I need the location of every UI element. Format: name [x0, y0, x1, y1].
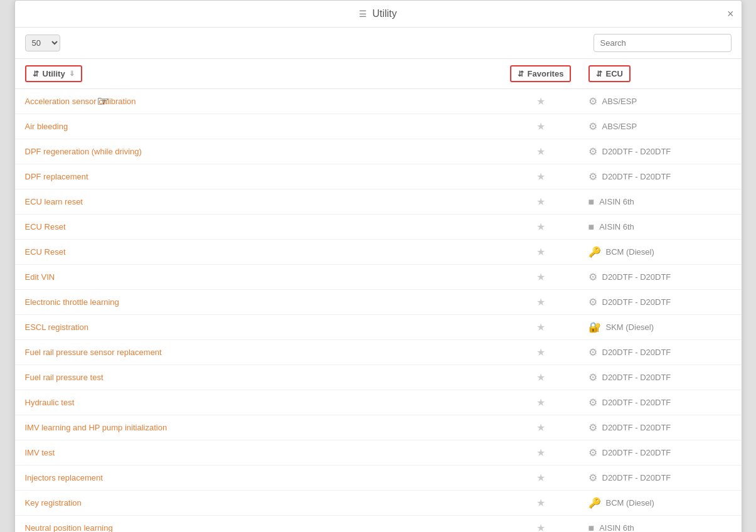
table-row[interactable]: Hydraulic test ★ ⚙ D20DTF - D20DTF: [15, 390, 742, 415]
table-row[interactable]: DPF regeneration (while driving) ★ ⚙ D20…: [15, 139, 742, 164]
ecu-label: AISIN 6th: [599, 222, 634, 231]
cell-utility[interactable]: Electronic throttle learning: [15, 291, 503, 313]
ecu-icon: ■: [588, 221, 595, 233]
table-row[interactable]: ECU Reset ★ ■ AISIN 6th: [15, 215, 742, 240]
ecu-label: D20DTF - D20DTF: [602, 172, 671, 181]
favorite-star[interactable]: ★: [536, 271, 545, 283]
table-row[interactable]: Key registration ★ 🔑 BCM (Diesel): [15, 491, 742, 516]
favorite-star[interactable]: ★: [536, 422, 545, 434]
favorite-star[interactable]: ★: [536, 396, 545, 408]
ecu-label: D20DTF - D20DTF: [602, 398, 671, 407]
cell-utility[interactable]: Injectors replacement: [15, 467, 503, 489]
ecu-icon: ■: [588, 196, 595, 208]
cell-utility[interactable]: Neutral position learning: [15, 517, 503, 532]
favorite-star[interactable]: ★: [536, 171, 545, 183]
cell-utility[interactable]: ECU Reset: [15, 216, 503, 238]
favorite-star[interactable]: ★: [536, 296, 545, 308]
table-row[interactable]: Electronic throttle learning ★ ⚙ D20DTF …: [15, 290, 742, 315]
rows-container: Acceleration sensor calibration ★ ⚙ ABS/…: [15, 89, 742, 532]
ecu-icon: ⚙: [588, 296, 597, 308]
cell-utility[interactable]: Air bleeding: [15, 115, 503, 137]
table-row[interactable]: Injectors replacement ★ ⚙ D20DTF - D20DT…: [15, 466, 742, 491]
ecu-label: D20DTF - D20DTF: [602, 348, 671, 357]
table-row[interactable]: DPF replacement ★ ⚙ D20DTF - D20DTF: [15, 164, 742, 189]
favorite-star[interactable]: ★: [536, 522, 545, 532]
cell-utility[interactable]: ECU Reset: [15, 241, 503, 263]
ecu-label: D20DTF - D20DTF: [602, 373, 671, 382]
column-ecu: ⇵ ECU: [578, 59, 742, 88]
favorite-star[interactable]: ★: [536, 221, 545, 233]
favorite-star[interactable]: ★: [536, 371, 545, 383]
ecu-label: D20DTF - D20DTF: [602, 272, 671, 282]
ecu-icon: ⚙: [588, 120, 597, 132]
favorite-star[interactable]: ★: [536, 472, 545, 484]
cell-ecu: 🔑 BCM (Diesel): [578, 240, 742, 264]
cell-favorites: ★: [503, 516, 578, 532]
ecu-label: D20DTF - D20DTF: [602, 423, 671, 432]
cell-ecu: ⚙ D20DTF - D20DTF: [578, 365, 742, 390]
cell-utility[interactable]: Fuel rail pressure test: [15, 366, 503, 388]
favorite-star[interactable]: ★: [536, 321, 545, 333]
table-row[interactable]: ECU Reset ★ 🔑 BCM (Diesel): [15, 240, 742, 265]
cell-ecu: ⚙ D20DTF - D20DTF: [578, 164, 742, 189]
favorite-star[interactable]: ★: [536, 196, 545, 208]
table-row[interactable]: IMV test ★ ⚙ D20DTF - D20DTF: [15, 440, 742, 466]
cell-utility[interactable]: DPF regeneration (while driving): [15, 141, 503, 162]
cell-utility[interactable]: DPF replacement: [15, 166, 503, 188]
modal: ☰ Utility × 50 10 25 100 ⇵ Utility ⇓: [14, 0, 742, 532]
favorite-star[interactable]: ★: [536, 497, 545, 509]
table-row[interactable]: Acceleration sensor calibration ★ ⚙ ABS/…: [15, 89, 742, 114]
table-row[interactable]: ESCL registration ★ 🔐 SKM (Diesel): [15, 315, 742, 340]
ecu-icon: ⚙: [588, 447, 597, 459]
ecu-icon: ⚙: [588, 472, 597, 484]
cell-ecu: ⚙ D20DTF - D20DTF: [578, 415, 742, 440]
utility-col-header[interactable]: ⇵ Utility ⇓: [25, 65, 82, 82]
cell-favorites: ★: [503, 215, 578, 239]
ecu-label: SKM (Diesel): [606, 322, 654, 332]
cell-favorites: ★: [503, 466, 578, 490]
table-row[interactable]: Fuel rail pressure sensor replacement ★ …: [15, 340, 742, 365]
cell-ecu: ⚙ D20DTF - D20DTF: [578, 290, 742, 314]
search-input[interactable]: [594, 34, 732, 52]
table-row[interactable]: Edit VIN ★ ⚙ D20DTF - D20DTF: [15, 265, 742, 290]
cell-ecu: 🔑 BCM (Diesel): [578, 491, 742, 515]
list-icon: ☰: [359, 9, 367, 19]
table-row[interactable]: ECU learn reset ★ ■ AISIN 6th: [15, 189, 742, 215]
cell-utility[interactable]: Hydraulic test: [15, 391, 503, 413]
favorite-star[interactable]: ★: [536, 447, 545, 459]
cell-utility[interactable]: ESCL registration: [15, 316, 503, 338]
cell-favorites: ★: [503, 240, 578, 264]
favorites-col-label: Favorites: [528, 69, 564, 78]
cell-utility[interactable]: Fuel rail pressure sensor replacement: [15, 341, 503, 363]
per-page-select[interactable]: 50 10 25 100: [25, 35, 60, 51]
ecu-label: AISIN 6th: [599, 523, 634, 532]
ecu-col-header[interactable]: ⇵ ECU: [588, 65, 631, 82]
favorite-star[interactable]: ★: [536, 346, 545, 358]
favorite-star[interactable]: ★: [536, 246, 545, 258]
ecu-label: ABS/ESP: [602, 122, 637, 131]
cell-favorites: ★: [503, 164, 578, 189]
table-row[interactable]: Air bleeding ★ ⚙ ABS/ESP: [15, 114, 742, 139]
cell-favorites: ★: [503, 114, 578, 139]
table-row[interactable]: IMV learning and HP pump initialization …: [15, 415, 742, 440]
favorites-col-header[interactable]: ⇵ Favorites: [510, 65, 572, 82]
ecu-icon: ⚙: [588, 346, 597, 358]
table-row[interactable]: Neutral position learning ★ ■ AISIN 6th: [15, 516, 742, 532]
cell-favorites: ★: [503, 340, 578, 364]
favorite-star[interactable]: ★: [536, 120, 545, 132]
cell-ecu: ⚙ D20DTF - D20DTF: [578, 390, 742, 415]
ecu-icon: ⚙: [588, 422, 597, 434]
cell-utility[interactable]: IMV test: [15, 442, 503, 464]
cell-utility[interactable]: Acceleration sensor calibration: [15, 90, 503, 112]
sort-icon-utility: ⇵: [33, 70, 39, 78]
cell-utility[interactable]: Key registration: [15, 492, 503, 514]
favorite-star[interactable]: ★: [536, 95, 545, 107]
cell-ecu: ■ AISIN 6th: [578, 190, 742, 214]
close-button[interactable]: ×: [727, 8, 734, 19]
table-row[interactable]: Fuel rail pressure test ★ ⚙ D20DTF - D20…: [15, 365, 742, 390]
cell-utility[interactable]: IMV learning and HP pump initialization: [15, 417, 503, 439]
ecu-icon: ■: [588, 523, 595, 533]
cell-utility[interactable]: ECU learn reset: [15, 191, 503, 213]
cell-utility[interactable]: Edit VIN: [15, 266, 503, 288]
favorite-star[interactable]: ★: [536, 146, 545, 157]
